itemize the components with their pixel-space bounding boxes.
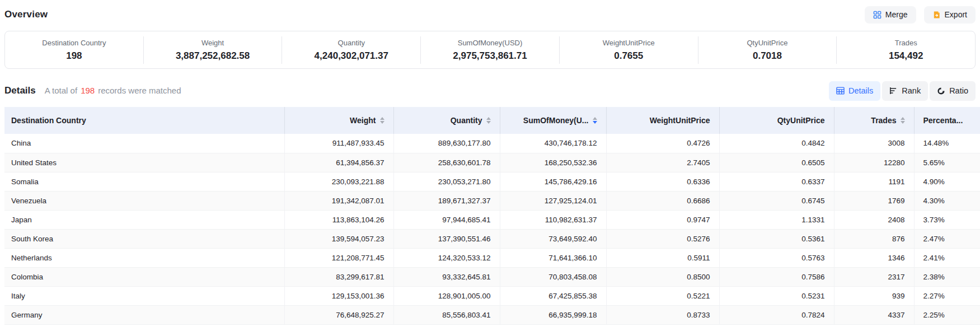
- table-cell: 12280: [834, 153, 914, 172]
- table-cell: 0.8500: [606, 267, 719, 286]
- topbar-actions: Merge Export: [865, 6, 976, 24]
- details-table: Destination Country Weight Quantity: [4, 107, 980, 325]
- sort-carets-icon[interactable]: [901, 117, 905, 124]
- table-cell: 0.7824: [719, 305, 834, 324]
- table-row[interactable]: United States61,394,856.37258,630,601.78…: [4, 153, 980, 172]
- view-button-rank[interactable]: Rank: [882, 81, 928, 101]
- table-cell: 0.6505: [719, 153, 834, 172]
- table-cell: 1.1331: [719, 210, 834, 229]
- pie-chart-icon: [937, 87, 945, 95]
- stat-label: Destination Country: [5, 39, 143, 47]
- table-row[interactable]: Colombia83,299,617.8193,332,645.8170,803…: [4, 267, 980, 286]
- export-button[interactable]: Export: [924, 6, 976, 24]
- sort-asc-icon: [901, 117, 905, 120]
- view-button-ratio[interactable]: Ratio: [930, 81, 976, 101]
- table-cell: 0.5231: [719, 286, 834, 305]
- table-cell: 3008: [834, 134, 914, 153]
- merge-button[interactable]: Merge: [865, 6, 916, 24]
- table-row[interactable]: China911,487,933.45889,630,177.80430,746…: [4, 134, 980, 153]
- column-label: SumOfMoney(U...: [523, 116, 589, 125]
- stat-value: 4,240,302,071.37: [282, 50, 420, 62]
- export-icon: [932, 11, 941, 19]
- table-cell: 911,487,933.45: [284, 134, 393, 153]
- column-header-3[interactable]: SumOfMoney(U...: [500, 107, 606, 134]
- table-cell: 189,671,327.37: [393, 191, 500, 210]
- merge-icon: [873, 11, 881, 19]
- table-row[interactable]: Somalia230,093,221.88230,053,271.80145,7…: [4, 172, 980, 191]
- row-country-cell: Venezuela: [4, 191, 284, 210]
- column-header-6[interactable]: Trades: [834, 107, 914, 134]
- column-label: Weight: [350, 116, 376, 125]
- table-cell: 0.4726: [606, 134, 719, 153]
- table-cell: 1769: [834, 191, 914, 210]
- sort-carets-icon[interactable]: [380, 117, 385, 124]
- row-country-cell: Colombia: [4, 267, 284, 286]
- sort-carets-icon[interactable]: [486, 117, 491, 124]
- sort-carets-icon[interactable]: [593, 117, 597, 124]
- stat-value: 198: [5, 50, 143, 62]
- column-header-2[interactable]: Quantity: [393, 107, 500, 134]
- table-cell: 124,320,533.12: [393, 248, 500, 267]
- table-body: China911,487,933.45889,630,177.80430,746…: [4, 134, 980, 324]
- sort-desc-icon: [901, 121, 905, 124]
- sort-asc-icon: [593, 117, 597, 120]
- table-cell: 4.30%: [914, 191, 980, 210]
- table-row[interactable]: South Korea139,594,057.23137,390,551.467…: [4, 229, 980, 248]
- table-cell: 0.6745: [719, 191, 834, 210]
- column-label: WeightUnitPrice: [650, 116, 710, 125]
- table-cell: 127,925,124.01: [500, 191, 606, 210]
- table-cell: 0.6686: [606, 191, 719, 210]
- page-title: Overview: [4, 9, 48, 20]
- table-cell: 97,944,685.41: [393, 210, 500, 229]
- overview-stat: Quantity 4,240,302,071.37: [282, 36, 421, 64]
- table-row[interactable]: Japan113,863,104.2697,944,685.41110,982,…: [4, 210, 980, 229]
- table-cell: 4337: [834, 305, 914, 324]
- merge-button-label: Merge: [885, 10, 908, 19]
- column-header-5: QtyUnitPrice: [719, 107, 834, 134]
- table-cell: 14.48%: [914, 134, 980, 153]
- table-icon: [836, 87, 845, 95]
- table-cell: 61,394,856.37: [284, 153, 393, 172]
- table-cell: 139,594,057.23: [284, 229, 393, 248]
- view-button-details[interactable]: Details: [829, 81, 880, 101]
- table-cell: 70,803,458.08: [500, 267, 606, 286]
- table-cell: 2317: [834, 267, 914, 286]
- table-row[interactable]: Venezuela191,342,087.01189,671,327.37127…: [4, 191, 980, 210]
- stat-label: SumOfMoney(USD): [421, 39, 559, 47]
- table-cell: 3.73%: [914, 210, 980, 229]
- column-header-1[interactable]: Weight: [284, 107, 393, 134]
- table-cell: 0.5911: [606, 248, 719, 267]
- stat-value: 0.7018: [698, 50, 837, 62]
- overview-stat: QtyUnitPrice 0.7018: [698, 36, 837, 64]
- table-cell: 85,556,803.41: [393, 305, 500, 324]
- row-country-cell: Netherlands: [4, 248, 284, 267]
- table-cell: 258,630,601.78: [393, 153, 500, 172]
- column-header-0: Destination Country: [4, 107, 284, 134]
- summary-suffix: records were matched: [98, 86, 181, 95]
- column-label: QtyUnitPrice: [777, 116, 825, 125]
- table-cell: 0.5763: [719, 248, 834, 267]
- sort-asc-icon: [486, 117, 491, 120]
- table-cell: 0.6336: [606, 172, 719, 191]
- table-cell: 0.9747: [606, 210, 719, 229]
- table-cell: 0.4842: [719, 134, 834, 153]
- table-cell: 137,390,551.46: [393, 229, 500, 248]
- table-cell: 1346: [834, 248, 914, 267]
- bar-chart-icon: [889, 87, 898, 95]
- table-row[interactable]: Germany76,648,925.2785,556,803.4166,935,…: [4, 305, 980, 324]
- table-cell: 889,630,177.80: [393, 134, 500, 153]
- table-cell: 67,425,855.38: [500, 286, 606, 305]
- table-cell: 2.7405: [606, 153, 719, 172]
- view-switch: Details Rank Ratio: [829, 81, 976, 101]
- table-cell: 430,746,178.12: [500, 134, 606, 153]
- table-row[interactable]: Italy129,153,001.36128,901,005.0067,425,…: [4, 286, 980, 305]
- column-header-4: WeightUnitPrice: [606, 107, 719, 134]
- table-cell: 4.90%: [914, 172, 980, 191]
- table-cell: 128,901,005.00: [393, 286, 500, 305]
- row-country-cell: United States: [4, 153, 284, 172]
- sort-desc-icon: [486, 121, 491, 124]
- stat-label: Quantity: [282, 39, 420, 47]
- table-row[interactable]: Netherlands121,208,771.45124,320,533.127…: [4, 248, 980, 267]
- export-button-label: Export: [945, 10, 967, 19]
- table-cell: 2.47%: [914, 229, 980, 248]
